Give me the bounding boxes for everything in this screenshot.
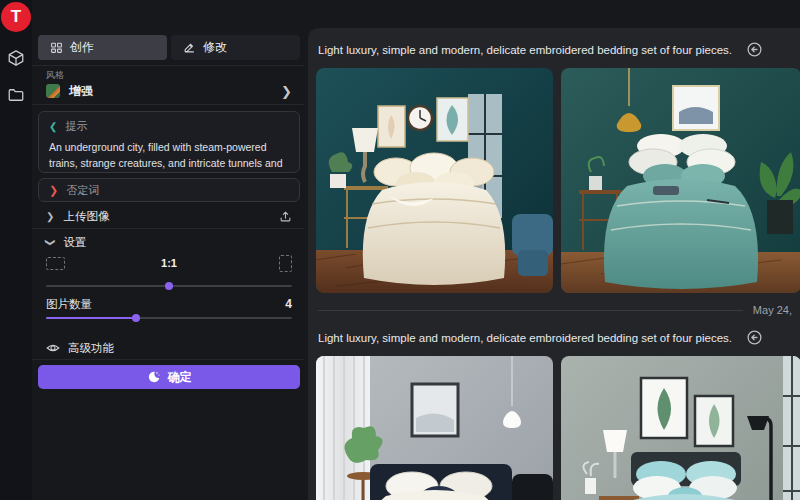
results-area: Light luxury, simple and modern, delicat… [308, 28, 800, 500]
divider [32, 65, 304, 66]
crescent-sparkle-icon [147, 370, 161, 384]
style-name: 增强 [69, 83, 93, 100]
cube-icon[interactable] [7, 49, 25, 67]
generation-panel: 创作 修改 风格 增强 ❯ ❮ 提示 An underground city, … [32, 0, 304, 500]
aspect-ratio-row: 1:1 [38, 254, 300, 272]
divider [318, 310, 743, 311]
settings-label: 设置 [63, 235, 86, 250]
result-caption: Light luxury, simple and modern, delicat… [318, 332, 732, 344]
prompt-box[interactable]: ❮ 提示 An underground city, filled with st… [38, 111, 300, 173]
nav-rail: T [0, 0, 32, 500]
eye-icon [46, 341, 60, 355]
style-thumbnail [46, 84, 60, 98]
tab-modify[interactable]: 修改 [171, 35, 300, 60]
confirm-label: 确定 [168, 369, 192, 386]
slider-thumb[interactable] [165, 282, 173, 290]
generated-image-4[interactable] [561, 356, 800, 500]
generated-image-3[interactable] [316, 356, 553, 500]
upload-icon[interactable] [279, 210, 292, 223]
advanced-features-row[interactable]: 高级功能 [38, 338, 300, 358]
upload-label: 上传图像 [63, 209, 109, 224]
brand-letter: T [11, 7, 21, 27]
tab-modify-label: 修改 [203, 39, 227, 56]
chevron-down-icon: ❮ [49, 121, 57, 132]
result-caption: Light luxury, simple and modern, delicat… [318, 44, 732, 56]
tab-create-label: 创作 [70, 39, 94, 56]
app-window: T 创作 [0, 0, 800, 500]
divider [32, 104, 304, 105]
aspect-ratio-value: 1:1 [38, 257, 300, 269]
prompt-title: 提示 [65, 119, 87, 134]
settings-row[interactable]: ❯ 设置 [38, 232, 300, 252]
negative-label: 否定词 [66, 183, 99, 198]
divider [32, 228, 304, 229]
grid-icon [50, 41, 63, 54]
confirm-button[interactable]: 确定 [38, 365, 300, 389]
generated-image-2[interactable] [561, 68, 800, 293]
aspect-ratio-slider[interactable] [46, 282, 292, 290]
image-count-row: 图片数量 4 [38, 296, 300, 312]
date-label: May 24, [753, 304, 792, 316]
style-selector[interactable]: 增强 ❯ [38, 80, 300, 102]
image-count-slider[interactable] [46, 314, 292, 322]
negative-prompt-box[interactable]: ❯ 否定词 [38, 178, 300, 202]
generated-image-1[interactable] [316, 68, 553, 293]
image-count-label: 图片数量 [46, 297, 92, 312]
edit-icon [183, 41, 196, 54]
advanced-features-label: 高级功能 [68, 341, 114, 356]
upload-image-row[interactable]: ❯ 上传图像 [38, 206, 300, 226]
result-image-grid [308, 356, 800, 500]
chevron-right-icon: ❯ [49, 184, 58, 197]
tab-create[interactable]: 创作 [38, 35, 167, 60]
result-caption-row: Light luxury, simple and modern, delicat… [308, 316, 800, 356]
result-image-grid [308, 68, 800, 293]
chevron-right-icon: ❯ [46, 211, 54, 222]
date-divider: May 24, [308, 293, 800, 316]
brand-logo[interactable]: T [1, 2, 31, 32]
result-caption-row: Light luxury, simple and modern, delicat… [308, 28, 800, 68]
folder-icon[interactable] [7, 86, 25, 104]
divider [32, 359, 304, 360]
reuse-prompt-icon[interactable] [746, 329, 763, 346]
slider-thumb[interactable] [132, 314, 140, 322]
image-count-value: 4 [285, 297, 292, 311]
chevron-right-icon: ❯ [281, 84, 292, 99]
mode-tabs: 创作 修改 [38, 35, 300, 60]
reuse-prompt-icon[interactable] [746, 41, 763, 58]
chevron-down-icon: ❯ [45, 238, 56, 246]
